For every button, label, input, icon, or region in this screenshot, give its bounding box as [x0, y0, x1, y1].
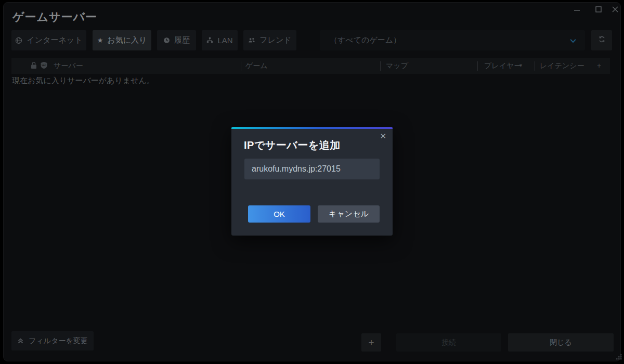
refresh-button[interactable]: [591, 30, 612, 50]
minimize-icon: [574, 7, 580, 12]
lock-icon: [31, 61, 37, 71]
tab-label: フレンド: [259, 35, 291, 45]
server-address-input[interactable]: [244, 159, 380, 179]
column-divider[interactable]: [477, 61, 478, 71]
game-filter-dropdown[interactable]: （すべてのゲーム）: [320, 30, 585, 50]
tab-label: LAN: [217, 36, 232, 45]
star-icon: ★: [97, 37, 103, 44]
tab-label: インターネット: [27, 35, 82, 45]
ok-button[interactable]: OK: [248, 205, 310, 223]
expand-up-icon: [17, 337, 24, 344]
cancel-button[interactable]: キャンセル: [318, 205, 380, 223]
add-server-by-ip-dialog: ✕ IPでサーバーを追加 OK キャンセル: [231, 127, 393, 236]
column-divider[interactable]: [535, 61, 535, 71]
lan-icon: [206, 37, 213, 44]
connect-button: 接続: [396, 333, 501, 352]
dialog-title: IPでサーバーを追加: [244, 138, 341, 152]
friends-icon: [248, 37, 255, 44]
dialog-accent-bar: [231, 127, 393, 129]
add-column-button[interactable]: +: [597, 61, 601, 70]
svg-text:VAC: VAC: [42, 64, 46, 67]
column-map[interactable]: マップ: [386, 61, 408, 71]
maximize-icon: [595, 6, 602, 12]
chevron-down-icon: [569, 37, 577, 46]
vac-shield-icon: VAC: [40, 61, 48, 71]
close-icon: [612, 6, 618, 12]
column-latency[interactable]: レイテンシー: [540, 61, 584, 71]
column-players[interactable]: プレイヤー: [484, 61, 521, 71]
tab-label: お気に入り: [107, 35, 147, 45]
close-dialog-window-button[interactable]: 閉じる: [508, 333, 614, 352]
column-divider[interactable]: [241, 61, 241, 71]
sort-descending-icon[interactable]: ▾: [519, 62, 522, 68]
page-title: ゲームサーバー: [12, 9, 97, 25]
server-table-header: VAC サーバー ゲーム マップ プレイヤー ▾ レイテンシー +: [11, 58, 610, 74]
globe-icon: [15, 37, 22, 44]
tab-favorites[interactable]: ★ お気に入り: [93, 30, 151, 50]
column-game[interactable]: ゲーム: [245, 61, 268, 71]
minimize-button[interactable]: [570, 4, 583, 15]
maximize-button[interactable]: [592, 4, 605, 15]
tab-label: 履歴: [174, 35, 190, 45]
add-server-button[interactable]: +: [361, 333, 381, 352]
column-server[interactable]: サーバー: [54, 61, 83, 71]
close-window-button[interactable]: [608, 4, 622, 15]
column-divider[interactable]: [380, 61, 381, 71]
tab-lan[interactable]: LAN: [202, 30, 238, 50]
tab-friends[interactable]: フレンド: [243, 30, 296, 50]
change-filters-label: フィルターを変更: [29, 336, 88, 346]
tab-internet[interactable]: インターネット: [11, 30, 86, 50]
history-icon: [163, 37, 170, 44]
game-filter-value: （すべてのゲーム）: [330, 35, 401, 45]
change-filters-button[interactable]: フィルターを変更: [11, 331, 94, 350]
empty-state-message: 現在お気に入りサーバーがありません。: [12, 76, 154, 86]
tab-history[interactable]: 履歴: [157, 30, 196, 50]
dialog-close-icon[interactable]: ✕: [380, 132, 386, 141]
resize-grip[interactable]: [615, 353, 622, 362]
refresh-icon: [598, 35, 606, 45]
